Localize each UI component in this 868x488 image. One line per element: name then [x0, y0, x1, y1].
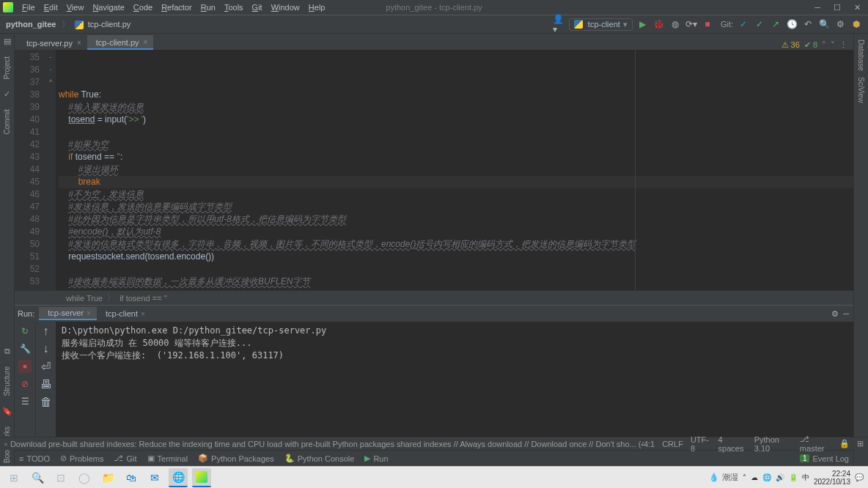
rerun-button[interactable]: ↻	[18, 325, 32, 338]
menu-tools[interactable]: Tools	[220, 3, 248, 12]
close-tab-icon[interactable]: ×	[87, 309, 91, 317]
terminal-tool-button[interactable]: ▣ Terminal	[147, 454, 188, 463]
code-line[interactable]: #接收服务端返回的数据，一次最多从缓冲区接收BUFLEN字节	[59, 276, 853, 288]
expand-up-icon[interactable]: ˄	[822, 40, 826, 50]
menu-refactor[interactable]: Refactor	[157, 3, 196, 12]
python-console-tool-button[interactable]: 🐍 Python Console	[284, 454, 355, 463]
editor-tab[interactable]: tcp-client.py×	[87, 35, 154, 50]
line-separator[interactable]: CRLF	[662, 440, 683, 448]
lock-icon[interactable]: 🔒	[839, 439, 850, 448]
warnings-indicator[interactable]: ⚠ 36	[781, 40, 800, 50]
run-down-button[interactable]: ↓	[43, 342, 49, 355]
todo-tool-button[interactable]: ≡ TODO	[19, 454, 50, 463]
run-configuration-selector[interactable]: tcp-client ▾	[569, 18, 633, 31]
code-area[interactable]: while True: #输入要发送的信息 tosend = input('>>…	[56, 50, 853, 290]
breadcrumb-item[interactable]: while True	[66, 294, 103, 303]
run-tool-button[interactable]: ▶ Run	[364, 454, 388, 463]
cortana-icon[interactable]: ◯	[75, 468, 94, 487]
breadcrumb-project[interactable]: python_gitee	[6, 20, 56, 29]
pycharm-taskbar-icon[interactable]	[192, 468, 211, 487]
task-view-button[interactable]: ⊡	[51, 468, 70, 487]
stop-button[interactable]: ■	[702, 18, 713, 30]
menu-window[interactable]: Window	[267, 3, 304, 12]
memory-indicator-icon[interactable]: ⊞	[857, 439, 864, 448]
run-console[interactable]: D:\python\python.exe D:/python_gitee/tcp…	[56, 322, 853, 450]
code-line[interactable]	[59, 263, 853, 276]
file-encoding[interactable]: UTF-8	[691, 435, 711, 453]
run-tab[interactable]: tcp-client×	[97, 307, 151, 320]
menu-git[interactable]: Git	[248, 3, 267, 12]
maximize-button[interactable]: ☐	[834, 3, 841, 12]
code-line[interactable]	[59, 126, 853, 138]
run-hide-icon[interactable]: ─	[843, 309, 849, 319]
git-tool-button[interactable]: ⎇ Git	[114, 454, 136, 463]
explorer-icon[interactable]: 📁	[98, 468, 117, 487]
git-update-button[interactable]: ✓	[738, 18, 749, 30]
run-settings-icon[interactable]: ⚙	[831, 309, 839, 319]
git-push-button[interactable]: ↗	[770, 18, 781, 30]
menu-file[interactable]: File	[18, 3, 40, 12]
breadcrumb-item[interactable]: if tosend == ''	[119, 294, 167, 303]
close-button[interactable]: ✕	[854, 3, 861, 12]
close-tab-icon[interactable]: ×	[77, 39, 81, 47]
code-line[interactable]: #encode()，默认为utf-8	[59, 226, 853, 238]
code-line[interactable]: #此外因为信息是字符串类型，所以用utf-8格式，把信息编码为字节类型	[59, 213, 853, 226]
problems-tool-button[interactable]: ⊘ Problems	[60, 454, 103, 463]
onedrive-icon[interactable]: ☁	[751, 473, 758, 481]
code-line[interactable]: #退出循环	[59, 163, 853, 176]
commit-tool-icon[interactable]: ✓	[4, 89, 10, 99]
code-editor[interactable]: 35363738394041424344454647484950515253 -…	[15, 50, 853, 290]
editor-tab[interactable]: tcp-server.py×	[18, 35, 87, 50]
expand-down-icon[interactable]: ˅	[831, 40, 835, 50]
minimize-button[interactable]: ─	[814, 3, 820, 12]
tray-chevron-icon[interactable]: ˄	[743, 473, 746, 481]
code-line[interactable]: #不为空，发送信息	[59, 188, 853, 201]
close-tab-icon[interactable]: ×	[144, 38, 148, 46]
menu-edit[interactable]: Edit	[40, 3, 62, 12]
bookmarks-tool-icon[interactable]: 🔖	[2, 407, 12, 416]
run-up-button[interactable]: ↑	[43, 325, 49, 338]
git-rollback-button[interactable]: ↶	[802, 18, 814, 30]
ide-star-icon[interactable]: ⬢	[850, 18, 862, 30]
close-tab-icon[interactable]: ×	[141, 310, 145, 318]
code-line[interactable]: break	[59, 176, 853, 188]
clock[interactable]: 22:24 2022/10/13	[814, 470, 850, 486]
git-branch[interactable]: ⎇ master	[800, 435, 832, 453]
code-line[interactable]: recved = requestsocket.recv(BUFLEN)	[59, 288, 853, 290]
code-line[interactable]: if tosend == '':	[59, 151, 853, 163]
event-log-button[interactable]: Event Log	[812, 454, 849, 463]
project-tool-icon[interactable]: ▤	[4, 37, 11, 46]
battery-icon[interactable]: 🔋	[789, 473, 798, 481]
run-stop-button[interactable]: ■	[18, 360, 32, 373]
fold-gutter[interactable]: --^	[45, 50, 56, 290]
search-everywhere-button[interactable]: 🔍	[818, 18, 830, 30]
profile-button[interactable]: ⟳▾	[685, 18, 697, 30]
menu-code[interactable]: Code	[129, 3, 157, 12]
run-tab[interactable]: tcp-server×	[39, 307, 97, 320]
volume-icon[interactable]: 🔊	[776, 473, 784, 481]
menu-view[interactable]: View	[62, 3, 89, 12]
edge-icon[interactable]: 🌐	[169, 468, 188, 487]
network-icon[interactable]: 🌐	[762, 473, 771, 481]
editor-breadcrumb[interactable]: while True 〉 if tosend == ''	[15, 290, 853, 305]
structure-tool-icon[interactable]: ⧉	[4, 347, 10, 356]
menu-help[interactable]: Help	[304, 3, 330, 12]
code-line[interactable]: #发送信息，发送的信息要编码成字节类型	[59, 201, 853, 213]
commit-tool-button[interactable]: Commit	[3, 106, 11, 137]
menu-run[interactable]: Run	[196, 3, 220, 12]
caret-position[interactable]: 4:1	[644, 440, 655, 448]
status-message[interactable]: Download pre-built shared indexes: Reduc…	[10, 440, 644, 448]
breadcrumb[interactable]: python_gitee 〉 tcp-client.py	[6, 19, 130, 30]
code-line[interactable]: while True:	[59, 89, 853, 101]
python-interpreter[interactable]: Python 3.10	[754, 435, 792, 453]
menu-navigate[interactable]: Navigate	[88, 3, 128, 12]
code-line[interactable]: #如果为空	[59, 138, 853, 151]
run-print-button[interactable]: 🖶	[40, 378, 52, 391]
code-line[interactable]: #发送的信息格式类型有很多，字符串，音频，视频，图片等，不同的格式类型，enco…	[59, 238, 853, 251]
project-tool-button[interactable]: Project	[3, 53, 11, 82]
code-line[interactable]: tosend = input('>> ')	[59, 114, 853, 126]
store-icon[interactable]: 🛍	[122, 468, 141, 487]
start-button[interactable]: ⊞	[4, 468, 23, 487]
ime-indicator[interactable]: 中	[802, 473, 809, 483]
search-button[interactable]: 🔍	[28, 468, 47, 487]
